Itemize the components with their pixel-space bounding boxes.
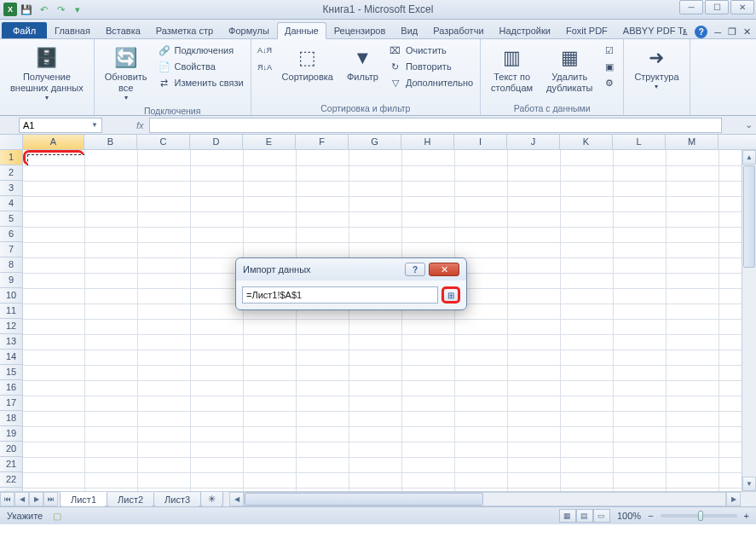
sheet-last-button[interactable]: ⏭ [43, 492, 58, 506]
get-external-data-button[interactable]: 🗄️ Получение внешних данных ▾ [5, 43, 89, 104]
sheet-next-button[interactable]: ▶ [29, 492, 43, 506]
name-box-dropdown-icon[interactable]: ▼ [91, 121, 98, 129]
row-header-16[interactable]: 16 [0, 380, 22, 396]
name-box[interactable]: A1 ▼ [19, 118, 102, 133]
dialog-expand-button[interactable]: ⊞ [441, 286, 460, 304]
column-header-D[interactable]: D [190, 135, 243, 149]
column-header-C[interactable]: C [137, 135, 190, 149]
vertical-scrollbar[interactable]: ▲ ▼ [742, 150, 756, 491]
redo-icon[interactable]: ↷ [53, 2, 68, 17]
row-header-20[interactable]: 20 [0, 442, 22, 457]
reapply-button[interactable]: ↻Повторить [387, 59, 475, 74]
properties-button[interactable]: 📄Свойства [156, 59, 245, 74]
sheet-tab-3[interactable]: Лист3 [153, 493, 201, 507]
sheet-first-button[interactable]: ⏮ [0, 492, 14, 506]
row-header-3[interactable]: 3 [0, 181, 22, 196]
close-button[interactable]: ✕ [730, 0, 754, 14]
vscroll-thumb[interactable] [743, 165, 755, 268]
text-to-columns-button[interactable]: ▥ Текст по столбцам [486, 43, 538, 95]
tab-file[interactable]: Файл [2, 22, 47, 38]
help-icon[interactable]: ? [695, 26, 707, 38]
hscroll-thumb[interactable] [245, 493, 483, 506]
doc-restore-icon[interactable]: ❐ [728, 26, 736, 38]
tab-developer[interactable]: Разработчи [425, 22, 491, 38]
zoom-out-button[interactable]: − [648, 511, 653, 521]
row-header-19[interactable]: 19 [0, 426, 22, 442]
row-header-23[interactable]: 23 [0, 488, 22, 491]
row-header-11[interactable]: 11 [0, 304, 22, 319]
edit-links-button[interactable]: ⇄Изменить связи [156, 75, 245, 90]
zoom-value[interactable]: 100% [617, 511, 641, 521]
tab-data[interactable]: Данные [277, 22, 326, 39]
dialog-help-button[interactable]: ? [405, 263, 425, 276]
row-header-18[interactable]: 18 [0, 411, 22, 426]
whatif-button[interactable]: ⚙ [601, 75, 618, 90]
sort-desc-button[interactable]: Я↓A [257, 60, 274, 75]
column-header-H[interactable]: H [401, 135, 454, 149]
formula-bar-expand-icon[interactable]: ⌄ [741, 119, 756, 130]
row-header-2[interactable]: 2 [0, 165, 22, 181]
scroll-up-button[interactable]: ▲ [742, 150, 756, 165]
column-header-B[interactable]: B [84, 135, 137, 149]
sort-asc-button[interactable]: A↓Я [257, 43, 274, 58]
dialog-close-button[interactable]: ✕ [429, 263, 459, 276]
page-break-view-button[interactable]: ▭ [593, 509, 610, 523]
macro-record-icon[interactable]: ▢ [53, 511, 61, 522]
advanced-filter-button[interactable]: ▽Дополнительно [387, 75, 475, 90]
row-header-22[interactable]: 22 [0, 472, 22, 488]
tab-home[interactable]: Главная [47, 22, 98, 38]
sheet-tab-2[interactable]: Лист2 [107, 493, 154, 507]
row-header-8[interactable]: 8 [0, 257, 22, 273]
select-all-corner[interactable] [0, 135, 23, 149]
row-header-7[interactable]: 7 [0, 242, 22, 257]
zoom-slider[interactable] [661, 514, 737, 517]
doc-minimize-icon[interactable]: ─ [714, 27, 721, 38]
zoom-in-button[interactable]: + [744, 511, 749, 521]
row-header-5[interactable]: 5 [0, 211, 22, 227]
fx-icon[interactable]: fx [136, 120, 144, 130]
horizontal-scrollbar[interactable]: ◀ ▶ [229, 492, 741, 506]
row-header-14[interactable]: 14 [0, 350, 22, 365]
row-header-13[interactable]: 13 [0, 334, 22, 350]
row-header-6[interactable]: 6 [0, 227, 22, 242]
row-header-1[interactable]: 1 [0, 150, 22, 165]
column-header-G[interactable]: G [349, 135, 401, 149]
cells-area[interactable] [23, 150, 756, 491]
row-header-4[interactable]: 4 [0, 196, 22, 211]
zoom-knob[interactable] [698, 511, 703, 521]
minimize-button[interactable]: ─ [679, 0, 703, 14]
column-header-L[interactable]: L [613, 135, 666, 149]
connections-button[interactable]: 🔗Подключения [156, 43, 245, 58]
scroll-left-button[interactable]: ◀ [229, 492, 244, 506]
formula-input[interactable] [149, 118, 722, 133]
tab-view[interactable]: Вид [393, 22, 425, 38]
row-header-21[interactable]: 21 [0, 457, 22, 472]
outline-button[interactable]: ➜ Структура ▾ [629, 43, 684, 93]
ribbon-minimize-icon[interactable]: ▵ [683, 26, 688, 38]
scroll-down-button[interactable]: ▼ [742, 477, 756, 491]
row-header-9[interactable]: 9 [0, 273, 22, 288]
doc-close-icon[interactable]: ✕ [743, 26, 751, 38]
dialog-titlebar[interactable]: Импорт данных ? ✕ [236, 258, 466, 280]
row-header-17[interactable]: 17 [0, 396, 22, 411]
column-header-J[interactable]: J [507, 135, 560, 149]
sheet-prev-button[interactable]: ◀ [14, 492, 29, 506]
normal-view-button[interactable]: ▦ [559, 509, 576, 523]
column-header-A[interactable]: A [23, 135, 84, 149]
sheet-tab-1[interactable]: Лист1 [60, 492, 107, 507]
filter-button[interactable]: ▼ Фильтр [342, 43, 384, 84]
remove-duplicates-button[interactable]: ▦ Удалить дубликаты [541, 43, 597, 95]
data-validation-button[interactable]: ☑ [601, 43, 618, 58]
tab-formulas[interactable]: Формулы [221, 22, 277, 38]
clear-filter-button[interactable]: ⌧Очистить [387, 43, 475, 58]
column-header-I[interactable]: I [454, 135, 507, 149]
sort-button[interactable]: ⬚ Сортировка [277, 43, 338, 84]
page-layout-view-button[interactable]: ▤ [576, 509, 593, 523]
dialog-range-input[interactable] [242, 286, 438, 304]
column-header-E[interactable]: E [243, 135, 296, 149]
refresh-all-button[interactable]: 🔄 Обновить все ▾ [100, 43, 153, 104]
undo-icon[interactable]: ↶ [36, 2, 51, 17]
tab-insert[interactable]: Вставка [98, 22, 148, 38]
consolidate-button[interactable]: ▣ [601, 59, 618, 74]
tab-foxit[interactable]: Foxit PDF [558, 22, 615, 38]
